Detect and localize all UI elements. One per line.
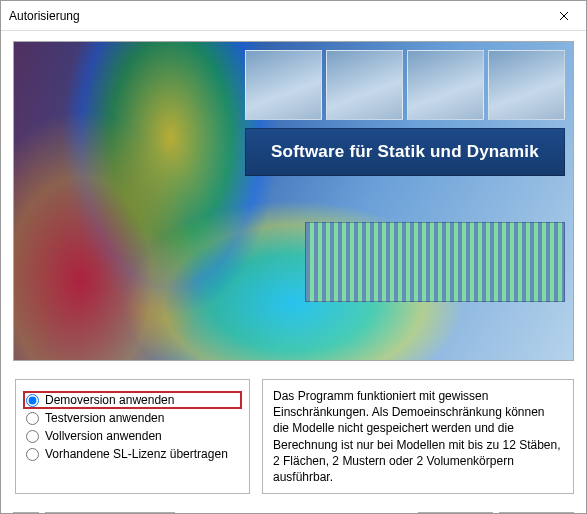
radio-sl-lizenz[interactable]: [26, 448, 39, 461]
option-label: Vorhandene SL-Lizenz übertragen: [45, 447, 228, 461]
option-vollversion[interactable]: Vollversion anwenden: [24, 428, 241, 444]
option-demoversion[interactable]: Demoversion anwenden: [24, 392, 241, 408]
option-sl-lizenz[interactable]: Vorhandene SL-Lizenz übertragen: [24, 446, 241, 462]
description-panel: Das Programm funktioniert mit gewissen E…: [262, 379, 574, 494]
dialog-content: Software für Statik und Dynamik Demovers…: [1, 31, 586, 504]
radio-demoversion[interactable]: [26, 394, 39, 407]
description-text: Das Programm funktioniert mit gewissen E…: [273, 389, 561, 484]
radio-testversion[interactable]: [26, 412, 39, 425]
close-icon: [559, 11, 569, 21]
hero-tagline: Software für Statik und Dynamik: [245, 128, 565, 176]
hero-thumbnails: [245, 50, 565, 120]
license-options-group: Demoversion anwenden Testversion anwende…: [15, 379, 250, 494]
hero-bridge-graphic: [305, 222, 565, 302]
option-label: Testversion anwenden: [45, 411, 164, 425]
option-label: Demoversion anwenden: [45, 393, 174, 407]
option-testversion[interactable]: Testversion anwenden: [24, 410, 241, 426]
window-title: Autorisierung: [9, 9, 80, 23]
titlebar: Autorisierung: [1, 1, 586, 31]
option-label: Vollversion anwenden: [45, 429, 162, 443]
close-button[interactable]: [541, 1, 586, 30]
radio-vollversion[interactable]: [26, 430, 39, 443]
dialog-footer: Online-Shop... OK Abbrechen: [1, 504, 586, 514]
mid-row: Demoversion anwenden Testversion anwende…: [13, 373, 574, 494]
hero-image: Software für Statik und Dynamik: [13, 41, 574, 361]
